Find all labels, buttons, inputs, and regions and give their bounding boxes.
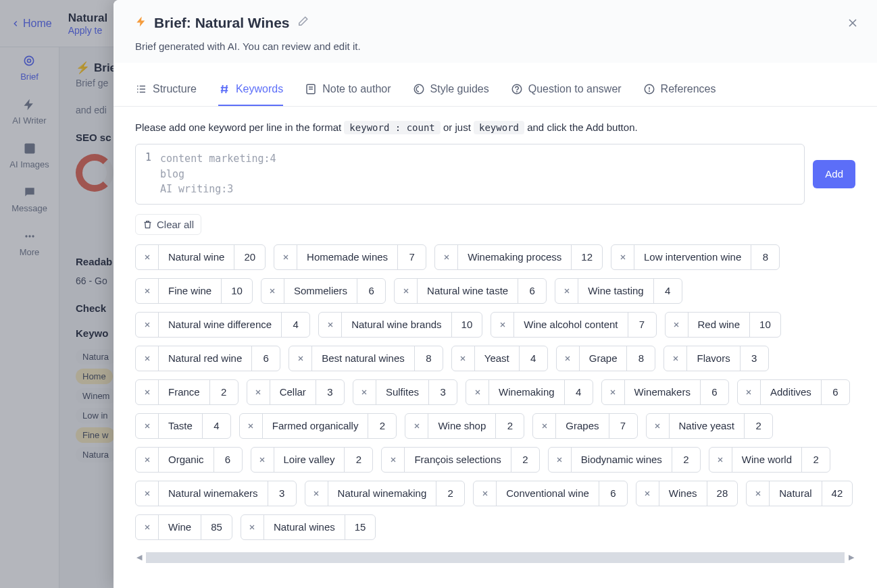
tag-count[interactable]: 42 — [822, 481, 853, 506]
remove-tag-icon[interactable] — [136, 245, 159, 269]
tag-label[interactable]: Taste — [159, 414, 202, 438]
tag-label[interactable]: Natural wine — [159, 245, 234, 269]
remove-tag-icon[interactable] — [666, 313, 688, 337]
remove-tag-icon[interactable] — [382, 448, 405, 472]
scroll-left-icon[interactable]: ◀ — [135, 553, 143, 562]
clear-all-button[interactable]: Clear all — [135, 214, 201, 235]
tag-label[interactable]: Natural winemaking — [328, 481, 436, 506]
remove-tag-icon[interactable] — [405, 414, 428, 438]
remove-tag-icon[interactable] — [251, 448, 274, 472]
tag-count[interactable]: 7 — [628, 313, 656, 337]
tag-count[interactable]: 2 — [344, 448, 372, 472]
scroll-track[interactable] — [146, 552, 845, 563]
close-icon[interactable] — [846, 16, 859, 32]
tag-count[interactable]: 2 — [495, 414, 524, 438]
tag-count[interactable]: 10 — [451, 313, 482, 337]
tag-label[interactable]: Additives — [761, 380, 821, 404]
keyword-input[interactable]: 1 content marketing:4 blog AI writing:3 — [135, 144, 805, 205]
scroll-right-icon[interactable]: ▶ — [847, 553, 855, 562]
tag-label[interactable]: François selections — [405, 448, 510, 472]
tag-label[interactable]: Sulfites — [376, 380, 428, 404]
tag-count[interactable]: 7 — [609, 414, 637, 438]
tag-label[interactable]: Cellar — [270, 380, 316, 404]
tag-label[interactable]: Fine wine — [159, 279, 221, 303]
remove-tag-icon[interactable] — [533, 414, 556, 438]
remove-tag-icon[interactable] — [647, 414, 670, 438]
tag-label[interactable]: Farmed organically — [263, 414, 368, 438]
remove-tag-icon[interactable] — [319, 313, 342, 337]
tab-style-guides[interactable]: Style guides — [413, 75, 489, 106]
tag-label[interactable]: Homemade wines — [297, 245, 397, 269]
tag-count[interactable]: 2 — [744, 414, 772, 438]
remove-tag-icon[interactable] — [549, 448, 572, 472]
tag-count[interactable]: 8 — [414, 346, 443, 371]
tag-label[interactable]: Natural wine brands — [342, 313, 451, 337]
remove-tag-icon[interactable] — [241, 515, 264, 539]
tag-label[interactable]: Wines — [659, 481, 707, 506]
remove-tag-icon[interactable] — [136, 380, 159, 404]
tag-label[interactable]: Wine alcohol content — [514, 313, 627, 337]
tag-count[interactable]: 6 — [518, 279, 546, 303]
remove-tag-icon[interactable] — [136, 313, 159, 337]
tag-label[interactable]: France — [159, 380, 209, 404]
remove-tag-icon[interactable] — [305, 481, 328, 506]
tag-label[interactable]: Conventional wine — [497, 481, 599, 506]
remove-tag-icon[interactable] — [247, 380, 270, 404]
tag-label[interactable]: Flavors — [687, 346, 739, 371]
tag-label[interactable]: Grapes — [556, 414, 608, 438]
remove-tag-icon[interactable] — [136, 515, 159, 539]
remove-tag-icon[interactable] — [491, 313, 514, 337]
tag-label[interactable]: Red wine — [688, 313, 750, 337]
remove-tag-icon[interactable] — [747, 481, 770, 506]
tag-count[interactable]: 6 — [599, 481, 627, 506]
tag-count[interactable]: 8 — [751, 245, 779, 269]
tag-label[interactable]: Natural wines — [264, 515, 345, 539]
tab-note[interactable]: Note to author — [305, 75, 391, 106]
tag-count[interactable]: 4 — [519, 346, 547, 371]
tag-count[interactable]: 4 — [564, 380, 593, 404]
remove-tag-icon[interactable] — [261, 279, 284, 303]
tag-label[interactable]: Natural winemakers — [159, 481, 268, 506]
remove-tag-icon[interactable] — [240, 414, 263, 438]
tag-count[interactable]: 2 — [672, 448, 700, 472]
edit-icon[interactable] — [297, 16, 309, 30]
tag-label[interactable]: Biodynamic wines — [572, 448, 672, 472]
tag-count[interactable]: 12 — [571, 245, 602, 269]
tab-question[interactable]: Question to answer — [511, 75, 622, 106]
tag-count[interactable]: 3 — [740, 346, 768, 371]
remove-tag-icon[interactable] — [664, 346, 687, 371]
remove-tag-icon[interactable] — [555, 279, 578, 303]
tag-label[interactable]: Loire valley — [274, 448, 345, 472]
tag-count[interactable]: 2 — [801, 448, 830, 472]
tag-count[interactable]: 28 — [707, 481, 738, 506]
tag-label[interactable]: Winemaking process — [458, 245, 571, 269]
tag-label[interactable]: Low intervention wine — [634, 245, 751, 269]
tag-label[interactable]: Natural wine taste — [418, 279, 518, 303]
tab-references[interactable]: References — [643, 75, 716, 106]
tag-label[interactable]: Natural red wine — [159, 346, 251, 371]
tag-label[interactable]: Wine — [159, 515, 201, 539]
tag-count[interactable]: 85 — [201, 515, 232, 539]
remove-tag-icon[interactable] — [709, 448, 732, 472]
tag-count[interactable]: 2 — [209, 380, 238, 404]
remove-tag-icon[interactable] — [274, 245, 297, 269]
tag-label[interactable]: Organic — [159, 448, 214, 472]
tag-label[interactable]: Winemakers — [625, 380, 700, 404]
tag-label[interactable]: Native yeast — [670, 414, 745, 438]
tag-label[interactable]: Yeast — [475, 346, 519, 371]
tag-label[interactable]: Grape — [580, 346, 627, 371]
tag-count[interactable]: 4 — [202, 414, 230, 438]
remove-tag-icon[interactable] — [466, 380, 489, 404]
tab-structure[interactable]: Structure — [135, 75, 197, 106]
tag-count[interactable]: 2 — [436, 481, 464, 506]
remove-tag-icon[interactable] — [136, 346, 159, 371]
remove-tag-icon[interactable] — [602, 380, 625, 404]
tag-label[interactable]: Wine world — [732, 448, 801, 472]
remove-tag-icon[interactable] — [738, 380, 761, 404]
tag-count[interactable]: 6 — [821, 380, 849, 404]
tag-count[interactable]: 6 — [357, 279, 385, 303]
remove-tag-icon[interactable] — [395, 279, 418, 303]
remove-tag-icon[interactable] — [136, 414, 159, 438]
tab-keywords[interactable]: Keywords — [218, 75, 283, 106]
tag-count[interactable]: 10 — [749, 313, 780, 337]
